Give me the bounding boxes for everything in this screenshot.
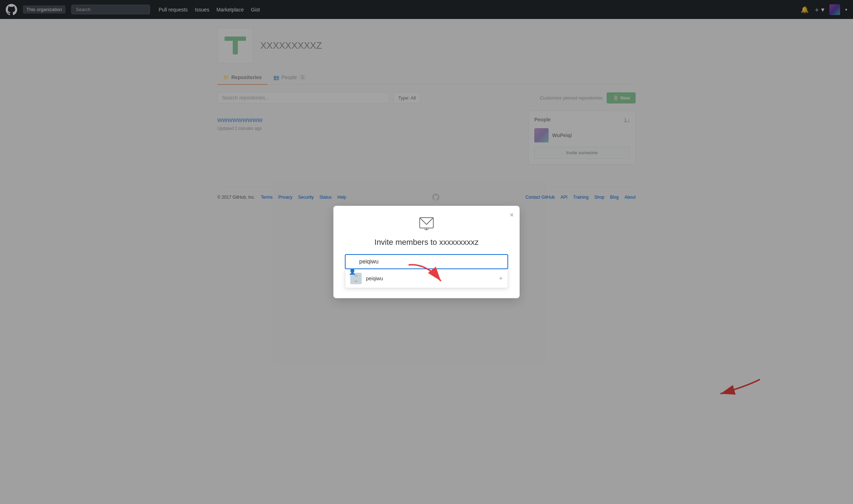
modal-close-button[interactable]: × (510, 211, 514, 218)
svg-rect-0 (420, 218, 433, 218)
modal-overlay[interactable]: × Invite members to xxxxxxxxxz 👤 ▪▪▪▪ (0, 0, 853, 218)
invite-modal: × Invite members to xxxxxxxxxz 👤 ▪▪▪▪ (333, 206, 520, 218)
modal-mail-icon (345, 217, 508, 218)
